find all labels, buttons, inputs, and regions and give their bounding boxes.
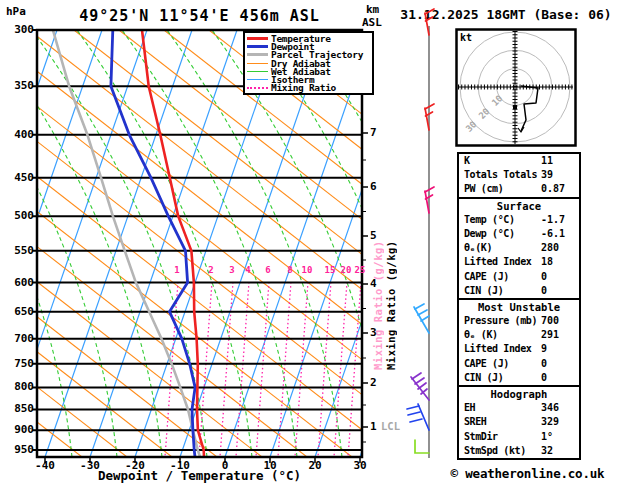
stat-label: CIN (J) bbox=[464, 371, 541, 385]
pressure-tick-label: 950 bbox=[2, 443, 34, 456]
wet-adiabat-line bbox=[77, 30, 252, 457]
temp-tick-label: -20 bbox=[118, 459, 152, 472]
km-tick-label: 4 bbox=[370, 277, 377, 290]
table-row: EH346 bbox=[459, 401, 579, 415]
stat-label: Temp (°C) bbox=[464, 213, 541, 227]
stat-label: StmSpd (kt) bbox=[464, 444, 541, 458]
hodograph-unit-label: kt bbox=[460, 32, 472, 43]
stat-value: 346 bbox=[541, 401, 579, 415]
stat-label: Totals Totals bbox=[464, 168, 541, 182]
wind-barb-column bbox=[402, 0, 447, 486]
stat-value: -1.7 bbox=[541, 213, 579, 227]
table-row: Totals Totals39 bbox=[459, 168, 579, 182]
stat-label: Pressure (mb) bbox=[464, 314, 541, 328]
table-row: StmSpd (kt)32 bbox=[459, 444, 579, 458]
legend-sample-line bbox=[247, 71, 268, 72]
km-tick-label: 1 bbox=[370, 420, 377, 433]
legend-item-label: Mixing Ratio bbox=[271, 82, 336, 93]
table-row: CAPE (J)0 bbox=[459, 357, 579, 371]
stat-label: SREH bbox=[464, 415, 541, 429]
pressure-tick-label: 300 bbox=[2, 23, 34, 36]
stat-label: EH bbox=[464, 401, 541, 415]
mixing-ratio-value-label: 15 bbox=[322, 265, 338, 275]
mixing-ratio-value-label: 2 bbox=[203, 265, 219, 275]
stats-section: Most UnstablePressure (mb)700θₑ (K)291Li… bbox=[457, 298, 581, 387]
stat-label: Lifted Index bbox=[464, 342, 541, 356]
pressure-tick-label: 550 bbox=[2, 244, 34, 257]
pressure-tick-label: 850 bbox=[2, 402, 34, 415]
stat-value: 18 bbox=[541, 255, 579, 269]
temp-tick-label: 10 bbox=[253, 459, 287, 472]
km-tick-label: 5 bbox=[370, 229, 377, 242]
stats-section-header: Most Unstable bbox=[459, 300, 579, 314]
stat-value: 1° bbox=[541, 430, 579, 444]
page-title: 49°25'N 11°54'E 456m ASL bbox=[37, 7, 362, 25]
pressure-tick-label: 750 bbox=[2, 357, 34, 370]
hodograph-ring-label: 30 bbox=[464, 119, 479, 134]
table-row: Lifted Index9 bbox=[459, 342, 579, 356]
legend-item: Mixing Ratio bbox=[247, 84, 372, 92]
stat-label: PW (cm) bbox=[464, 182, 541, 196]
pressure-tick-label: 450 bbox=[2, 171, 34, 184]
pressure-tick-label: 400 bbox=[2, 128, 34, 141]
stat-value: 0 bbox=[541, 371, 579, 385]
table-row: Lifted Index18 bbox=[459, 255, 579, 269]
stats-section: HodographEH346SREH329StmDir1°StmSpd (kt)… bbox=[457, 385, 581, 460]
mixing-ratio-value-label: 10 bbox=[299, 265, 315, 275]
table-row: K11 bbox=[459, 154, 579, 168]
pressure-tick-label: 700 bbox=[2, 332, 34, 345]
table-row: Temp (°C)-1.7 bbox=[459, 213, 579, 227]
wind-barb-icon bbox=[415, 440, 429, 453]
stat-label: Lifted Index bbox=[464, 255, 541, 269]
mixing-ratio-axis-label: Mixing Ratio (g/kg) bbox=[385, 210, 397, 370]
stat-value: 280 bbox=[541, 241, 579, 255]
stat-value: 0.87 bbox=[541, 182, 579, 196]
pressure-unit-label: hPa bbox=[6, 5, 26, 18]
table-row: SREH329 bbox=[459, 415, 579, 429]
temp-tick-label: -30 bbox=[73, 459, 107, 472]
wind-barb-icon bbox=[411, 373, 429, 400]
legend-sample-line bbox=[247, 79, 268, 80]
stat-label: Dewp (°C) bbox=[464, 227, 541, 241]
legend-sample-line bbox=[247, 53, 268, 56]
stat-value: 11 bbox=[541, 154, 579, 168]
pressure-tick-label: 600 bbox=[2, 276, 34, 289]
pressure-tick-label: 900 bbox=[2, 423, 34, 436]
stat-value: 0 bbox=[541, 357, 579, 371]
dry-adiabat-line bbox=[0, 30, 262, 457]
km-tick-label: 3 bbox=[370, 326, 377, 339]
stats-tables: K11Totals Totals39PW (cm)0.87SurfaceTemp… bbox=[457, 152, 581, 460]
table-row: PW (cm)0.87 bbox=[459, 182, 579, 196]
pressure-tick-label: 800 bbox=[2, 380, 34, 393]
stat-value: 9 bbox=[541, 342, 579, 356]
table-row: Dewp (°C)-6.1 bbox=[459, 227, 579, 241]
legend-box: TemperatureDewpointParcel TrajectoryDry … bbox=[243, 31, 374, 95]
stat-value: 0 bbox=[541, 270, 579, 284]
wind-barb-icon bbox=[407, 404, 429, 430]
stat-value: 0 bbox=[541, 284, 579, 298]
mixing-ratio-value-label: 8 bbox=[282, 265, 298, 275]
pressure-tick-label: 650 bbox=[2, 305, 34, 318]
stat-label: StmDir bbox=[464, 430, 541, 444]
table-row: θₑ (K)291 bbox=[459, 328, 579, 342]
mixing-ratio-value-label: 4 bbox=[240, 265, 256, 275]
stat-label: θₑ (K) bbox=[464, 328, 541, 342]
pressure-tick-label: 500 bbox=[2, 209, 34, 222]
lcl-label: LCL bbox=[381, 420, 400, 432]
stat-value: 700 bbox=[541, 314, 579, 328]
parcel-trajectory-curve bbox=[53, 30, 200, 457]
sounding-page: { "header": { "pressure_unit": "hPa", "t… bbox=[0, 0, 629, 486]
hodograph-trace bbox=[521, 86, 538, 131]
temp-tick-label: 0 bbox=[208, 459, 242, 472]
legend-sample-line bbox=[247, 45, 268, 48]
table-row: CIN (J)0 bbox=[459, 284, 579, 298]
table-row: CAPE (J)0 bbox=[459, 270, 579, 284]
storm-motion-marker bbox=[513, 105, 517, 109]
legend-sample-line bbox=[247, 37, 268, 40]
legend-sample-line bbox=[247, 63, 268, 64]
stat-label: θₑ(K) bbox=[464, 241, 541, 255]
stat-value: 39 bbox=[541, 168, 579, 182]
stats-section-header: Hodograph bbox=[459, 387, 579, 401]
table-row: StmDir1° bbox=[459, 430, 579, 444]
stat-label: CIN (J) bbox=[464, 284, 541, 298]
